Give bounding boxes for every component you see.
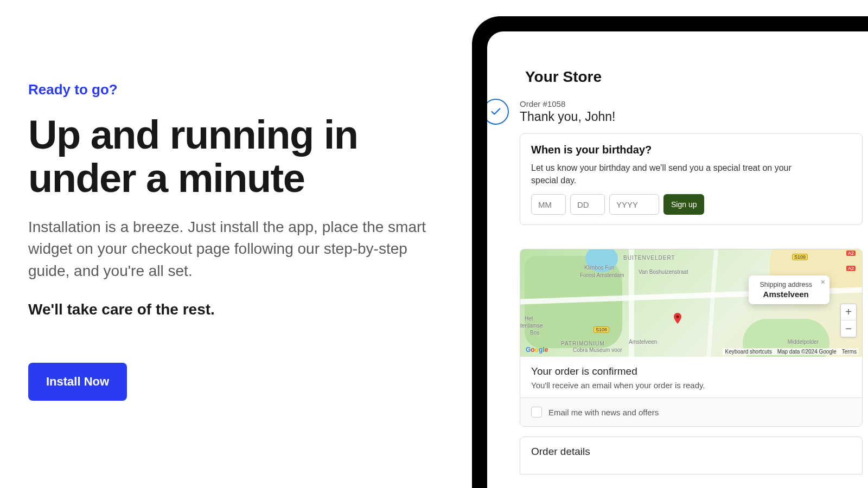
- map-pin-icon: [671, 312, 684, 325]
- birthday-title: When is your birthday?: [531, 144, 851, 156]
- map-data-label: Map data ©2024 Google: [777, 349, 837, 355]
- order-number: Order #1058: [520, 99, 615, 108]
- zoom-in-button[interactable]: +: [841, 304, 856, 320]
- map-card: BUITENVELDERT Klimbos Fun Van Boshuizens…: [520, 249, 863, 427]
- birthday-subtitle: Let us know your birthday and we'll send…: [531, 162, 792, 187]
- map-label: Cobra Museum voor: [573, 347, 622, 353]
- birthday-year-input[interactable]: [609, 194, 659, 215]
- bold-line: We'll take care of the rest.: [28, 301, 434, 318]
- eyebrow-text: Ready to go?: [28, 81, 434, 98]
- map-label: Forest Amsterdam: [580, 272, 624, 278]
- road-badge: S109: [792, 254, 808, 260]
- map-label: PATRIMONIUM: [561, 341, 605, 346]
- map-label: Klimbos Fun: [584, 265, 615, 271]
- order-confirmed-title: Your order is confirmed: [531, 365, 851, 377]
- headline: Up and running in under a minute: [28, 113, 434, 200]
- map-label: Bos: [530, 330, 539, 336]
- check-icon: [487, 99, 509, 125]
- map-label: Het: [525, 316, 533, 322]
- map-label: Amstelveen: [629, 339, 657, 345]
- order-details-card: Order details: [520, 436, 863, 474]
- map-footer: Keyboard shortcuts Map data ©2024 Google…: [723, 348, 859, 355]
- device-screen: Your Store Order #1058 Thank you, John! …: [487, 31, 868, 488]
- birthday-card: When is your birthday? Let us know your …: [520, 133, 863, 225]
- road-badge: S108: [593, 326, 609, 333]
- map-area[interactable]: BUITENVELDERT Klimbos Fun Van Boshuizens…: [520, 249, 862, 357]
- email-optin-checkbox[interactable]: [531, 407, 542, 418]
- device-frame: Your Store Order #1058 Thank you, John! …: [472, 16, 868, 488]
- store-title: Your Store: [525, 68, 868, 86]
- highway-badge: A2: [846, 266, 856, 271]
- subtext: Installation is a breeze. Just install t…: [28, 216, 430, 282]
- highway-badge: A2: [846, 251, 856, 256]
- thank-you-text: Thank you, John!: [520, 110, 615, 124]
- popup-city: Amstelveen: [760, 290, 812, 299]
- zoom-out-button[interactable]: −: [841, 320, 856, 337]
- email-optin-label: Email me with news and offers: [548, 408, 659, 417]
- signup-button[interactable]: Sign up: [663, 194, 704, 215]
- order-confirmed-subtitle: You'll receive an email when your order …: [531, 381, 851, 390]
- svg-point-0: [676, 316, 679, 318]
- birthday-month-input[interactable]: [531, 194, 566, 215]
- map-popup: × Shipping address Amstelveen: [749, 275, 829, 304]
- google-logo: Google: [526, 346, 548, 354]
- map-label: Middelpolder: [788, 339, 819, 345]
- popup-label: Shipping address: [760, 281, 812, 288]
- terms-link[interactable]: Terms: [842, 349, 857, 355]
- map-label: terdamse: [520, 323, 543, 329]
- order-details-title: Order details: [531, 446, 851, 458]
- zoom-controls: + −: [840, 304, 857, 337]
- map-label: Van Boshuizenstraat: [639, 269, 688, 275]
- close-icon[interactable]: ×: [821, 278, 825, 286]
- install-now-button[interactable]: Install Now: [28, 363, 127, 401]
- birthday-day-input[interactable]: [570, 194, 605, 215]
- keyboard-shortcuts-link[interactable]: Keyboard shortcuts: [725, 349, 771, 355]
- map-label: BUITENVELDERT: [623, 255, 675, 261]
